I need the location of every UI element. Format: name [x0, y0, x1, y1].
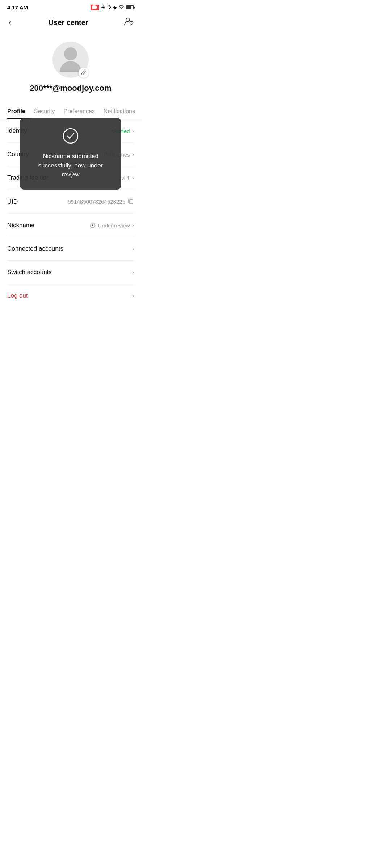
avatar-body [60, 61, 81, 72]
toast-check-icon [33, 128, 108, 147]
user-email: 200***@moodjoy.com [30, 84, 111, 93]
avatar-wrapper [52, 42, 89, 78]
video-record-icon [91, 5, 99, 10]
svg-rect-0 [92, 5, 96, 9]
moon-icon: ☽ [107, 5, 111, 10]
uid-label: UID [7, 198, 18, 205]
svg-point-9 [63, 129, 78, 143]
toast-message: Nickname submitted successfully, now und… [20, 118, 121, 190]
chevron-icon: › [132, 151, 134, 158]
switch-accounts-value: › [132, 269, 134, 276]
battery-status-icon [126, 5, 134, 9]
svg-point-2 [126, 18, 130, 22]
chevron-icon: › [132, 222, 134, 229]
tabs-bar: Profile Security Preferences Notificatio… [0, 104, 141, 119]
toast-text: Nickname submitted successfully, now und… [33, 152, 108, 179]
tab-preferences[interactable]: Preferences [64, 104, 101, 119]
nickname-status: Under review [98, 222, 130, 229]
user-settings-icon[interactable] [124, 17, 134, 28]
page-title: User center [49, 18, 88, 27]
avatar-head [64, 47, 77, 60]
status-time: 4:17 AM [7, 4, 28, 10]
status-bar: 4:17 AM ✳ ☽ ◆ [0, 0, 141, 13]
uid-number: 5914890078264628225 [68, 199, 125, 205]
avatar-person-shape [60, 47, 81, 72]
chevron-icon: › [132, 128, 134, 134]
chevron-icon: › [132, 269, 134, 276]
signal-icon: ◆ [113, 5, 117, 10]
connected-accounts-value: › [132, 246, 134, 252]
chevron-icon: › [132, 293, 134, 299]
switch-accounts-label: Switch accounts [7, 269, 52, 276]
nickname-label: Nickname [7, 222, 35, 229]
avatar-edit-button[interactable] [79, 68, 89, 78]
uid-item: UID 5914890078264628225 [7, 190, 134, 214]
tab-profile[interactable]: Profile [7, 104, 31, 119]
logout-label: Log out [7, 292, 28, 299]
switch-accounts-item[interactable]: Switch accounts › [7, 261, 134, 284]
connected-accounts-item[interactable]: Connected accounts › [7, 237, 134, 261]
svg-marker-1 [96, 5, 97, 9]
nickname-item[interactable]: Nickname 🕐 Under review › [7, 214, 134, 237]
chevron-icon: › [132, 175, 134, 181]
svg-rect-8 [129, 200, 133, 204]
wifi-icon [118, 5, 124, 10]
logout-value: › [132, 293, 134, 299]
chevron-icon: › [132, 246, 134, 252]
svg-point-3 [130, 21, 133, 24]
tab-security[interactable]: Security [34, 104, 61, 119]
logout-item[interactable]: Log out › [7, 284, 134, 307]
status-icons: ✳ ☽ ◆ [91, 5, 134, 10]
avatar-section: 200***@moodjoy.com [0, 34, 141, 104]
connected-accounts-label: Connected accounts [7, 245, 63, 252]
nickname-value: 🕐 Under review › [89, 222, 134, 229]
bluetooth-icon: ✳ [101, 5, 105, 10]
header: ‹ User center [0, 13, 141, 34]
back-button[interactable]: ‹ [7, 16, 13, 29]
copy-uid-button[interactable] [127, 198, 134, 205]
uid-value: 5914890078264628225 [68, 198, 134, 205]
clock-icon: 🕐 [89, 222, 96, 228]
tab-notifications[interactable]: Notifications [104, 104, 141, 119]
